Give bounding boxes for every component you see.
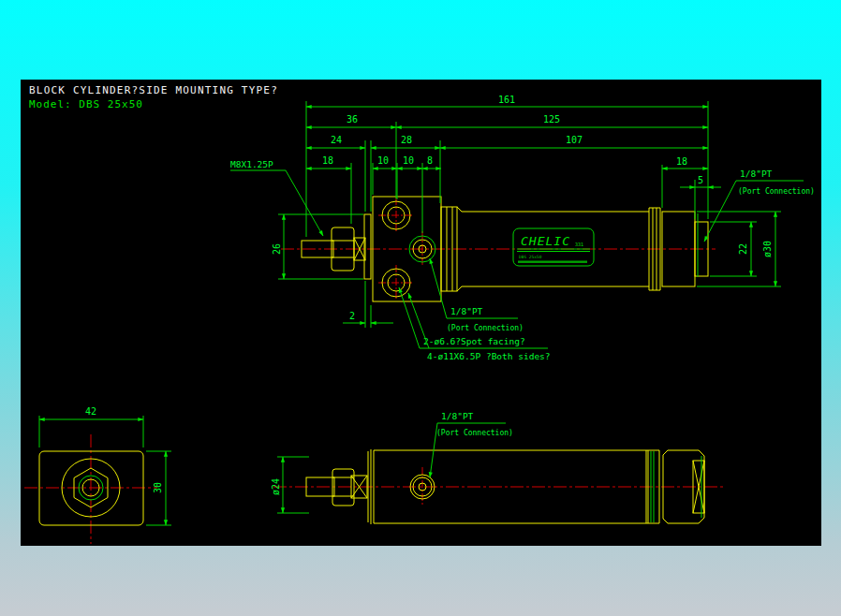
label-port-rear: 1/8"PT (740, 169, 773, 179)
page-title: BLOCK CYLINDER?SIDE MOUNTING TYPE? (29, 84, 278, 96)
dim-26: 26 (272, 243, 282, 255)
dim-8: 8 (427, 155, 433, 166)
dim-161: 161 (498, 95, 515, 105)
dim-125: 125 (543, 114, 560, 125)
dim-5: 5 (698, 175, 703, 185)
logo-brand: CHELIC (521, 234, 570, 248)
cad-viewer: BLOCK CYLINDER?SIDE MOUNTING TYPE? Model… (0, 0, 841, 616)
label-port-bottom: 1/8"PT (441, 411, 474, 421)
logo-mark: 331 (575, 242, 583, 247)
dim-10-b: 10 (403, 155, 414, 166)
label-port-main-sub: (Port Connection) (447, 324, 524, 332)
dim-18-rear: 18 (676, 156, 687, 167)
dim-30: 30 (153, 482, 163, 493)
dim-36: 36 (347, 114, 358, 125)
logo-line1: DBS 25x50 (519, 255, 542, 259)
dim-dia30: ø30 (762, 241, 773, 257)
dim-18-front: 18 (322, 155, 333, 166)
model-label: Model: DBS 25x50 (29, 98, 143, 110)
label-thread: M8X1.25P (230, 159, 273, 169)
dim-24: 24 (331, 135, 342, 145)
label-both-sides: 4-ø11X6.5P ?Both sides? (427, 351, 551, 361)
dim-10-a: 10 (377, 155, 389, 166)
label-port-bottom-sub: (Port Connection) (436, 429, 513, 437)
dim-28: 28 (401, 135, 412, 145)
label-port-main: 1/8"PT (450, 306, 483, 316)
dim-dia24: ø24 (271, 478, 281, 495)
dim-2: 2 (349, 311, 355, 321)
label-spot-facing: 2-ø6.6?Spot facing? (423, 336, 525, 346)
label-port-rear-sub: (Port Connection) (738, 187, 815, 196)
dim-42: 42 (85, 406, 96, 417)
logo-fineprint-bar (518, 261, 587, 263)
dim-107: 107 (566, 135, 583, 145)
dim-22: 22 (738, 243, 748, 255)
